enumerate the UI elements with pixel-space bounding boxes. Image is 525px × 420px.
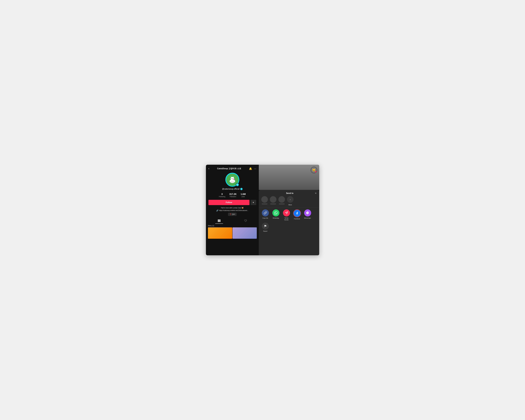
contacts-row: › More [259,196,319,207]
svg-point-4 [233,178,233,179]
bio-link[interactable]: 🔗 https://catssoup.onelink.me/21Kb/catsa… [208,209,256,212]
back-button[interactable]: ‹ [208,167,209,170]
qa-badge[interactable]: ❓ Q&A [228,213,236,216]
thumbnail-1[interactable] [208,227,232,239]
share-copy-link[interactable]: Copy link [261,209,269,221]
thumbnails-row [206,227,259,255]
messenger-label: Messenger [304,217,311,219]
tabs-row [206,217,259,224]
contact-1[interactable] [261,196,268,205]
follow-plus-icon: + [315,171,317,173]
bio-section: Fall in love with Lovely Catz 😻 🔗 https:… [206,206,259,216]
qa-label: Q&A [232,213,235,215]
svg-rect-11 [220,219,220,222]
followers-stat[interactable]: 317.2K Followers [229,193,237,197]
tab-liked[interactable] [242,219,250,224]
report-button[interactable]: Report [261,223,269,232]
copy-link-label: Copy link [262,217,268,219]
follow-button[interactable]: Follow [208,200,250,205]
more-options-icon[interactable]: ··· [254,167,256,170]
send-header: Send to ✕ [259,192,319,196]
contact-2[interactable] [270,196,276,205]
link-icon: 🔗 [216,209,218,212]
qa-icon: ❓ [229,213,231,215]
report-icon [262,223,269,230]
avatar-wrapper: + [225,173,239,187]
share-tiktok-friends[interactable]: TikTok friends [282,209,291,221]
likes-label: Likes [241,196,245,197]
tab-grid[interactable] [215,219,223,224]
following-label: Following [219,196,225,197]
likes-count: 1.6M [241,193,246,196]
svg-rect-10 [219,219,219,222]
verified-badge: ✓ [240,188,243,190]
facebook-label: Facebook [294,218,300,220]
share-panel: 🐱 + Send to ✕ [259,165,319,255]
close-button[interactable]: ✕ [315,192,317,195]
contact-3[interactable] [278,196,285,205]
share-facebook[interactable]: Facebook [293,209,301,221]
add-avatar-button[interactable]: + [236,183,239,186]
contact-name-1 [262,204,267,205]
contact-name-2 [270,204,276,205]
report-row: Report [259,223,319,232]
following-count: 0 [221,193,223,196]
copy-link-icon [262,209,269,216]
send-sheet: Send to ✕ › More [259,190,319,255]
action-row: Follow ▼ [206,199,259,206]
svg-point-8 [230,181,234,183]
contact-avatar-2 [270,196,276,203]
divider [259,207,319,208]
facebook-highlight-ring [293,209,301,217]
share-whatsapp[interactable]: WhatsApp [272,209,280,221]
more-chevron-icon[interactable]: › [287,196,293,203]
svg-point-3 [232,178,232,179]
dropdown-button[interactable]: ▼ [251,200,256,205]
stats-row: 0 Following 317.2K Followers 1.6M Likes [206,191,259,199]
story-label: Story (1) [206,224,259,227]
contact-avatar-1 [261,196,268,203]
video-background: 🐱 + [259,165,319,190]
whatsapp-label: WhatsApp [273,217,279,219]
tiktok-friends-label: TikTok friends [282,217,291,221]
profile-title: Cats&Soup 고양이와 스프 [209,167,249,170]
top-bar: ‹ Cats&Soup 고양이와 스프 🔔 ··· [206,165,259,171]
report-label: Report [263,230,267,232]
whatsapp-icon [272,209,280,216]
contact-name-3 [279,204,285,205]
tiktok-friends-icon [283,209,290,216]
messenger-icon [304,209,311,216]
username-text: @catsnsoup.official [222,188,240,190]
followers-count: 317.2K [229,193,237,196]
contact-avatar-3 [278,196,285,203]
likes-stat[interactable]: 1.6M Likes [241,193,246,197]
more-contacts[interactable]: › More [287,196,293,206]
share-grid: Copy link WhatsApp [259,209,319,223]
thumbnail-2[interactable] [233,227,257,239]
following-stat[interactable]: 0 Following [219,193,225,197]
bio-text: Fall in love with Lovely Catz 😻 [208,207,256,209]
followers-label: Followers [230,196,236,197]
avatar-section: + @catsnsoup.official ✓ [206,171,259,191]
send-title: Send to [265,192,315,194]
more-label: More [289,204,292,206]
share-messenger[interactable]: Messenger [304,209,312,221]
app-container: ‹ Cats&Soup 고양이와 스프 🔔 ··· [206,165,319,255]
video-avatar[interactable]: 🐱 + [311,167,317,173]
svg-rect-9 [218,219,219,222]
svg-point-7 [233,179,234,180]
bell-icon[interactable]: 🔔 [249,167,252,170]
top-icons: 🔔 ··· [249,167,256,170]
username-row: @catsnsoup.official ✓ [222,188,243,190]
profile-panel: ‹ Cats&Soup 고양이와 스프 🔔 ··· [206,165,259,255]
facebook-icon [293,210,300,217]
bio-link-text: https://catssoup.onelink.me/21Kb/catsand… [219,210,248,211]
